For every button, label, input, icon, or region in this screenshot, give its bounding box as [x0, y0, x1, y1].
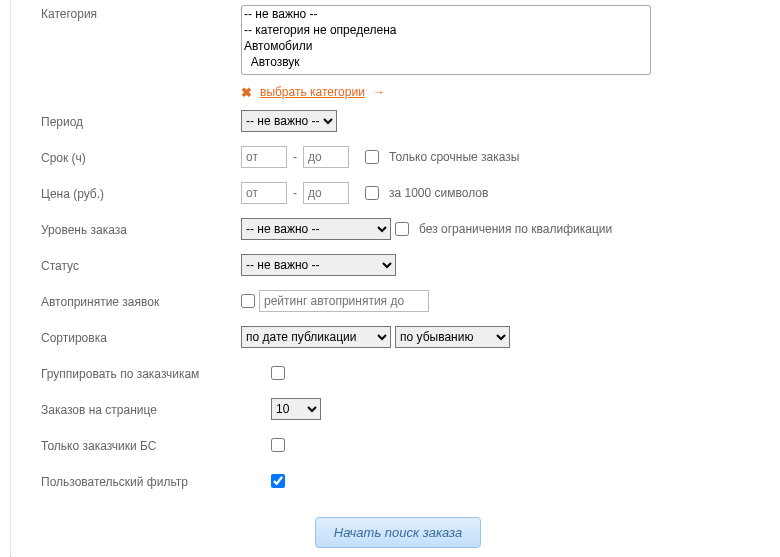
noqual-label: без ограничения по квалификации [419, 222, 612, 236]
level-select[interactable]: -- не важно -- [241, 218, 391, 240]
autoaccept-rating-input[interactable] [259, 290, 429, 312]
select-categories-row: ✖ выбрать категории → [241, 85, 385, 99]
label-group: Группировать по заказчикам [41, 365, 271, 381]
per1000-label: за 1000 символов [389, 186, 488, 200]
label-sorting: Сортировка [41, 329, 241, 345]
row-category: Категория -- не важно ---- категория не … [41, 5, 755, 103]
row-price: Цена (руб.) - за 1000 символов [41, 175, 755, 211]
noqual-checkbox[interactable] [395, 222, 409, 236]
label-user-filter: Пользовательский фильтр [41, 473, 271, 489]
start-search-button[interactable]: Начать поиск заказа [315, 517, 481, 548]
sort-dir-select[interactable]: по убыванию [395, 326, 510, 348]
status-select[interactable]: -- не важно -- [241, 254, 396, 276]
label-status: Статус [41, 257, 241, 273]
arrow-right-icon: → [373, 85, 385, 99]
label-price: Цена (руб.) [41, 185, 241, 201]
autoaccept-checkbox[interactable] [241, 294, 255, 308]
price-to-input[interactable] [303, 182, 349, 204]
select-categories-link[interactable]: выбрать категории [260, 85, 365, 99]
deadline-to-input[interactable] [303, 146, 349, 168]
row-status: Статус -- не важно -- [41, 247, 755, 283]
dash: - [291, 150, 299, 164]
price-from-input[interactable] [241, 182, 287, 204]
label-deadline: Срок (ч) [41, 149, 241, 165]
row-only-bs: Только заказчики БС [41, 427, 755, 463]
deadline-from-input[interactable] [241, 146, 287, 168]
label-category: Категория [41, 5, 241, 21]
sort-field-select[interactable]: по дате публикации [241, 326, 391, 348]
search-filter-panel: Категория -- не важно ---- категория не … [10, 0, 770, 557]
label-only-bs: Только заказчики БС [41, 437, 271, 453]
urgent-label: Только срочные заказы [389, 150, 519, 164]
row-period: Период -- не важно -- [41, 103, 755, 139]
row-deadline: Срок (ч) - Только срочные заказы [41, 139, 755, 175]
row-level: Уровень заказа -- не важно -- без ограни… [41, 211, 755, 247]
submit-row: Начать поиск заказа [41, 517, 755, 548]
row-per-page: Заказов на странице 10 [41, 391, 755, 427]
row-user-filter: Пользовательский фильтр [41, 463, 755, 499]
label-level: Уровень заказа [41, 221, 241, 237]
label-autoaccept: Автопринятие заявок [41, 293, 241, 309]
row-group: Группировать по заказчикам [41, 355, 755, 391]
label-period: Период [41, 113, 241, 129]
only-bs-checkbox[interactable] [271, 438, 285, 452]
category-listbox[interactable]: -- не важно ---- категория не определена… [241, 5, 651, 75]
row-sorting: Сортировка по дате публикации по убывани… [41, 319, 755, 355]
clear-categories-icon[interactable]: ✖ [241, 86, 252, 99]
user-filter-checkbox[interactable] [271, 474, 285, 488]
per-page-select[interactable]: 10 [271, 398, 321, 420]
urgent-checkbox[interactable] [365, 150, 379, 164]
row-autoaccept: Автопринятие заявок [41, 283, 755, 319]
period-select[interactable]: -- не важно -- [241, 110, 337, 132]
dash: - [291, 186, 299, 200]
label-per-page: Заказов на странице [41, 401, 271, 417]
per1000-checkbox[interactable] [365, 186, 379, 200]
group-checkbox[interactable] [271, 366, 285, 380]
